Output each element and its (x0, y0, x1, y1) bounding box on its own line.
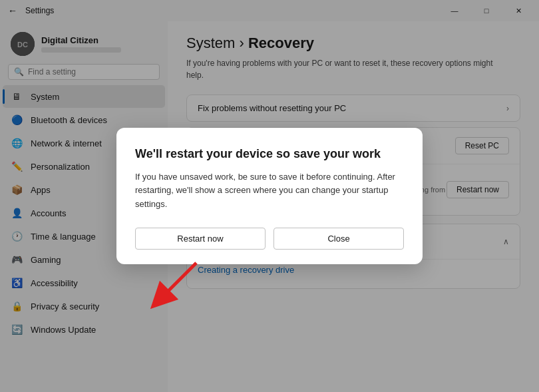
dialog-restart-button[interactable]: Restart now (135, 228, 266, 250)
dialog-body: If you have unsaved work, be sure to sav… (135, 170, 404, 212)
dialog-title: We'll restart your device so save your w… (135, 146, 404, 162)
restart-dialog: We'll restart your device so save your w… (116, 128, 423, 264)
dialog-close-button[interactable]: Close (273, 228, 404, 250)
modal-overlay[interactable]: We'll restart your device so save your w… (0, 0, 539, 392)
dialog-buttons: Restart now Close (135, 228, 404, 250)
